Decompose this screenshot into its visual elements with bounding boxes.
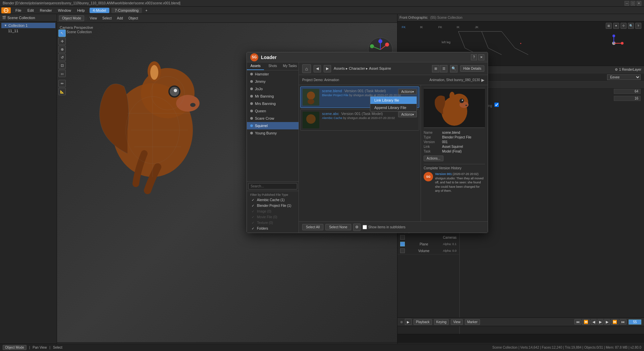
playback-btn[interactable]: Playback [414, 319, 432, 325]
sg-filter-area: Filter by Published File Type ✓ Alembic … [247, 191, 299, 233]
sg-select-none-btn[interactable]: Select None [325, 224, 351, 230]
top-viewport-snap-icon[interactable]: ✦ [613, 23, 619, 29]
maximize-btn[interactable]: □ [631, 1, 635, 6]
menu-window[interactable]: Window [55, 8, 74, 13]
sg-back-btn[interactable]: ◀ [314, 65, 321, 72]
anim-mode-btn[interactable]: ▶ [405, 319, 412, 325]
play-btn[interactable]: ▶ [597, 319, 603, 325]
sg-char-queen[interactable]: Queen [247, 107, 299, 115]
sg-char-jojo[interactable]: JoJo [247, 85, 299, 93]
top-viewport-grid-icon[interactable]: ⊞ [606, 23, 612, 29]
sg-grid-view-btn[interactable]: ⊞ [432, 65, 439, 72]
toolbar-object-btn[interactable]: Object [126, 16, 140, 21]
rotate-tool[interactable]: ↺ [58, 54, 66, 61]
workspace-tab-model[interactable]: 4-Model [90, 8, 110, 13]
sg-action-link-library[interactable]: Link Library file [370, 97, 417, 104]
statusbar-pan-view[interactable]: Pan View [33, 346, 47, 349]
toolbar-view-btn[interactable]: View [88, 16, 99, 21]
sg-tab-my-tasks[interactable]: My Tasks [281, 62, 299, 70]
menu-render[interactable]: Render [37, 8, 55, 13]
stereo-volume-check[interactable] [400, 248, 405, 253]
sg-home-btn[interactable]: ⌂ [302, 64, 311, 73]
sg-char-hamster[interactable]: Hamster [247, 70, 299, 78]
sg-char-jimmy[interactable]: Jimmy [247, 78, 299, 85]
sg-char-scarecrow[interactable]: Scare Crow [247, 115, 299, 122]
statusbar-mode-btn[interactable]: Object Mode [3, 345, 26, 350]
top-viewport-hide-icon[interactable]: ? [635, 23, 641, 29]
viewport-samples-input[interactable] [614, 96, 641, 101]
sg-search-input[interactable] [248, 183, 297, 189]
render-engine-select[interactable]: Eevee Cycles [607, 74, 641, 80]
sg-char-young-bunny[interactable]: Young Bunny [247, 129, 299, 137]
timeline-view-btn[interactable]: View [451, 319, 463, 325]
sg-hide-details-btn[interactable]: Hide Details [460, 65, 484, 72]
filter-alembic[interactable]: ✓ Alembic Cache (1) [248, 197, 297, 203]
sg-detail-version-row: Version 001 [424, 140, 485, 144]
sg-tab-shots[interactable]: Shots [264, 62, 281, 70]
sg-settings-gear-icon[interactable]: ⚙ [353, 224, 361, 231]
sg-actions-btn-1[interactable]: Actions▾ [398, 89, 417, 95]
filter-texture[interactable]: ✓ Texture (0) [248, 220, 297, 226]
shotgun-loader-dialog: SG Loader ? ✕ Assets Shots My Tasks Hams… [247, 52, 488, 233]
toolbar-select-btn[interactable]: Select [100, 16, 114, 21]
sg-help-btn[interactable]: ? [471, 54, 477, 60]
sg-char-mrs-banning[interactable]: Mrs Banning [247, 100, 299, 107]
sg-detail-actions-btn[interactable]: Actions... [424, 156, 443, 161]
skip-end-btn[interactable]: ⏭ [620, 319, 627, 325]
statusbar-select-label[interactable]: Select [53, 346, 62, 349]
menu-help[interactable]: Help [74, 8, 88, 13]
keying-btn[interactable]: Keying [434, 319, 449, 325]
viewport-denoising-check[interactable] [494, 103, 499, 107]
sg-search-icon-btn[interactable]: 🔍 [450, 65, 458, 72]
sg-project-next-icon[interactable]: ▶ [481, 78, 484, 82]
sg-char-mr-banning[interactable]: Mr Banning [247, 93, 299, 100]
next-keyframe-btn[interactable]: ⏩ [611, 319, 619, 325]
filter-movie[interactable]: ✓ Movie File (0) [248, 214, 297, 220]
sg-forward-btn[interactable]: ▶ [324, 65, 331, 72]
sg-action-append-library[interactable]: Append Library File [370, 104, 417, 111]
outliner-collection1[interactable]: ▼ Collection 1 [1, 23, 55, 28]
sg-close-btn[interactable]: ✕ [478, 54, 484, 60]
prev-frame-btn[interactable]: ◀ [591, 319, 597, 325]
marker-btn[interactable]: Marker [465, 319, 480, 325]
select-tool[interactable]: ↖ [58, 30, 66, 37]
toolbar-add-btn[interactable]: Add [115, 16, 125, 21]
measure-tool[interactable]: 📐 [58, 88, 66, 95]
next-frame-btn[interactable]: ▶ [604, 319, 610, 325]
sg-actions-btn-2[interactable]: Actions▾ [398, 112, 417, 117]
minimize-btn[interactable]: ─ [625, 1, 629, 6]
add-workspace-btn[interactable]: + [143, 8, 150, 13]
top-viewport-pan-icon[interactable]: ☩ [621, 23, 627, 29]
filter-image[interactable]: ✓ Image (0) [248, 209, 297, 214]
sg-show-subfolders[interactable]: Show items in subfolders [363, 225, 406, 229]
cursor-tool[interactable]: ✛ [58, 38, 66, 45]
sg-char-squirrel[interactable]: Squirrel [247, 122, 299, 129]
render-samples-input[interactable] [614, 89, 641, 94]
current-frame-input[interactable] [629, 319, 641, 325]
sg-asset-scene-blend[interactable]: scene.blend Version 001 (Task Model) Ble… [300, 86, 419, 108]
sg-asset-scene-abc[interactable]: scene.abc Version 001 (Task Model) Alemb… [300, 109, 419, 131]
window-controls[interactable]: ─ □ ✕ [625, 1, 641, 6]
sg-tab-assets[interactable]: Assets [247, 62, 264, 70]
prev-keyframe-btn[interactable]: ⏪ [582, 319, 590, 325]
annotate-tool[interactable]: ✏ [58, 80, 66, 87]
move-tool[interactable]: ⊕ [58, 46, 66, 53]
close-btn[interactable]: ✕ [637, 1, 641, 6]
skip-start-btn[interactable]: ⏮ [574, 319, 581, 325]
menu-edit[interactable]: Edit [25, 8, 37, 13]
object-mode-btn[interactable]: Object Mode [59, 15, 84, 21]
outliner-item-11_11[interactable]: 11_11 [1, 28, 55, 34]
filter-blender[interactable]: ✓ Blender Project File (1) [248, 203, 297, 209]
scale-tool[interactable]: ⊡ [58, 62, 66, 69]
stereo-plane-check[interactable] [400, 242, 405, 246]
top-viewport-zoom-icon[interactable]: 🔍 [628, 23, 634, 29]
workspace-tab-compositing[interactable]: 7-Compositing [111, 8, 142, 13]
filter-folders[interactable]: ✓ Folders [248, 226, 297, 231]
stereo-cameras-check[interactable] [400, 235, 405, 240]
transform-tool[interactable]: ⚏ [58, 70, 66, 77]
sg-list-view-btn[interactable]: ☰ [440, 65, 447, 72]
sg-subfolders-checkbox[interactable] [363, 225, 367, 229]
sg-select-all-btn[interactable]: Select All [302, 224, 323, 230]
menu-file[interactable]: File [13, 8, 24, 13]
sg-version-date: (2020-07-20 20:02) [453, 172, 479, 176]
